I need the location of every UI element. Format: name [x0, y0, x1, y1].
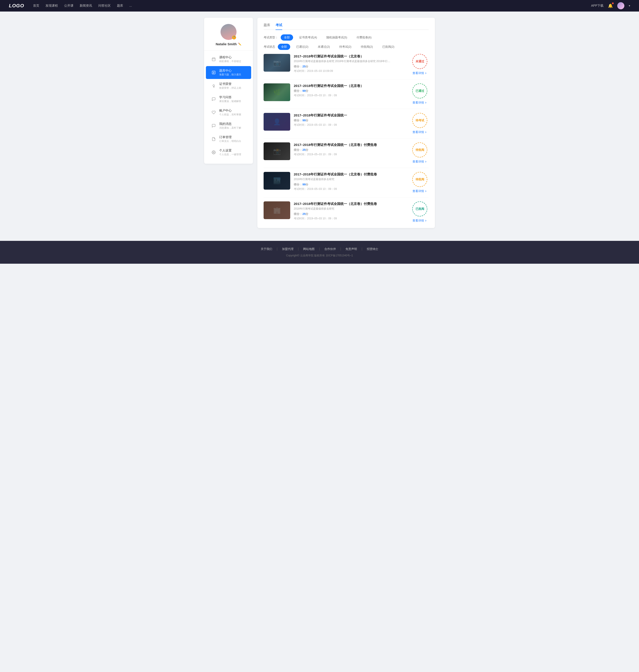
type-filter-cert[interactable]: 证书类考试(4)	[296, 34, 321, 41]
edit-icon[interactable]: ✏️	[238, 43, 241, 46]
exam-score-5: 得分：99分	[294, 182, 407, 187]
sidebar: 🏅 Natalie Smith ✏️ 课程中心 精彩课程，不容错过	[204, 18, 253, 164]
exam-list: 📷 2017–2018年行测证件考试全国统一（北京卷） 2018年行测考试是最值…	[264, 54, 428, 223]
status-filter-label: 考试状态	[264, 45, 275, 49]
sidebar-item-cert[interactable]: 证书荣誉 收获荣誉，持证上岗	[206, 79, 251, 92]
course-center-text: 课程中心 精彩课程，不容错过	[219, 55, 241, 63]
nav-more[interactable]: ...	[129, 4, 132, 8]
nav-home[interactable]: 首页	[33, 4, 39, 8]
status-filter-reviewing[interactable]: 待批阅(2)	[357, 44, 376, 50]
cert-text: 证书荣誉 收获荣誉，持证上岗	[219, 82, 241, 90]
question-bank-icon	[211, 70, 216, 75]
exam-score-4: 得分：25分	[294, 148, 407, 152]
settings-text: 个人设置 个人信息，一键管理	[219, 148, 241, 156]
status-filter-passed[interactable]: 已通过(2)	[293, 44, 312, 50]
message-text: 我的消息 消息通知，及时了解	[219, 122, 241, 129]
exam-status-stamp-5: 待批阅	[412, 172, 427, 187]
exam-right-2: 已通过 查看详情	[411, 83, 428, 105]
type-filter-paid[interactable]: 付费批卷(6)	[353, 34, 375, 41]
exam-score-3: 得分：99分	[294, 118, 407, 123]
qa-text: 学习问答 课后重温，疑难解答	[219, 95, 241, 103]
sidebar-avatar-wrap: 🏅	[220, 24, 236, 40]
tab-question-bank[interactable]: 题库	[264, 23, 270, 30]
sidebar-item-order[interactable]: 订单管理 订单支出，明明白白	[206, 133, 251, 145]
exam-thumbnail-1: 📷	[264, 54, 290, 71]
message-title: 我的消息	[219, 122, 241, 126]
exam-item: 🏙️ 2017–2018年行测证件考试全国统一（北京卷）付费批卷 2018年行测…	[264, 172, 428, 197]
exam-time-4: 考试时间：2019–05–03 10：09：09	[294, 153, 407, 156]
nav-qa[interactable]: 问答社区	[98, 4, 111, 8]
type-filter-all[interactable]: 全部	[281, 34, 293, 41]
exam-status-stamp-3: 待考试	[412, 113, 427, 128]
cert-title: 证书荣誉	[219, 82, 241, 86]
footer-copyright: Copyright© 云朵商学院 版权所有 京ICP备17051340号–1	[4, 254, 635, 257]
sidebar-item-settings[interactable]: 个人设置 个人信息，一键管理	[206, 146, 251, 159]
course-sub: 精彩课程，不容错过	[219, 60, 241, 63]
exam-status-stamp-1: 未通过	[412, 54, 427, 69]
exam-detail-link-1[interactable]: 查看详情	[412, 71, 427, 75]
exam-info-6: 2017–2018年行测证件考试全国统一（北京卷）付费批卷 2018年行测考试是…	[294, 202, 407, 221]
navbar-links: 首页 发现课程 公开课 新闻资讯 问答社区 题库 ...	[33, 4, 591, 8]
order-title: 订单管理	[219, 135, 241, 139]
exam-item: 🌿 2017–2018年行测证件考试全国统一（北京卷） 得分：99分 考试时间：…	[264, 83, 428, 109]
exam-item: 📸 2017–2018年行测证件考试全国统一（北京卷）付费批卷 得分：25分 考…	[264, 142, 428, 168]
status-filter-pending[interactable]: 待考试(2)	[336, 44, 355, 50]
footer-disclaimer[interactable]: 免责声明	[345, 247, 357, 251]
exam-status-stamp-4: 待批阅	[412, 142, 427, 158]
qa-icon	[211, 97, 216, 101]
nav-question[interactable]: 题库	[117, 4, 123, 8]
type-filter-random[interactable]: 随机抽题考试(5)	[323, 34, 350, 41]
navbar-right: APP下载 🔔 ▾	[591, 2, 630, 9]
sidebar-item-question[interactable]: 题库中心 海量习题，助力通关	[206, 66, 251, 79]
status-filter-reviewed[interactable]: 已批阅(2)	[379, 44, 398, 50]
user-dropdown-arrow[interactable]: ▾	[629, 4, 630, 7]
footer: 关于我们 | 加盟代理 | 网站地图 | 合作伙伴 | 免责声明 | 招贤纳士 …	[0, 241, 639, 264]
footer-sitemap[interactable]: 网站地图	[303, 247, 315, 251]
exam-item: 📷 2017–2018年行测证件考试全国统一（北京卷） 2018年行测考试是最值…	[264, 54, 428, 79]
nav-open[interactable]: 公开课	[64, 4, 74, 8]
sidebar-item-message[interactable]: 我的消息 消息通知，及时了解	[206, 119, 251, 132]
footer-franchise[interactable]: 加盟代理	[282, 247, 294, 251]
exam-title-1: 2017–2018年行测证件考试全国统一（北京卷）	[294, 54, 407, 59]
nav-discover[interactable]: 发现课程	[46, 4, 58, 8]
footer-partners[interactable]: 合作伙伴	[324, 247, 336, 251]
bell-icon: 🔔	[608, 3, 613, 8]
notification-bell[interactable]: 🔔	[608, 3, 613, 8]
settings-icon	[211, 150, 216, 155]
main-content: 题库 考试 考试类型： 全部 证书类考试(4) 随机抽题考试(5) 付费批卷(6…	[258, 18, 435, 228]
navbar: LOGO 首页 发现课程 公开课 新闻资讯 问答社区 题库 ... APP下载 …	[0, 0, 639, 12]
sidebar-item-qa[interactable]: 学习问答 课后重温，疑难解答	[206, 93, 251, 106]
exam-right-4: 待批阅 查看详情	[411, 142, 428, 164]
sidebar-item-course[interactable]: 课程中心 精彩课程，不容错过	[206, 53, 251, 66]
exam-detail-link-2[interactable]: 查看详情	[412, 101, 427, 105]
tab-exam[interactable]: 考试	[276, 23, 282, 30]
sidebar-item-account[interactable]: 账户中心 个人权益，实时掌握	[206, 106, 251, 119]
exam-time-2: 考试时间：2019–05–03 10：09：09	[294, 94, 407, 97]
exam-detail-link-4[interactable]: 查看详情	[412, 160, 427, 164]
status-filter-all[interactable]: 全部	[278, 44, 290, 50]
footer-about[interactable]: 关于我们	[261, 247, 272, 251]
app-download-button[interactable]: APP下载	[591, 4, 604, 8]
message-sub: 消息通知，及时了解	[219, 126, 241, 129]
status-filter-row: 考试状态 全部 已通过(2) 未通过(2) 待考试(2) 待批阅(2) 已批阅(…	[264, 44, 428, 50]
exam-detail-link-6[interactable]: 查看详情	[412, 219, 427, 223]
exam-detail-link-5[interactable]: 查看详情	[412, 189, 427, 193]
content-tabs: 题库 考试	[264, 23, 428, 30]
exam-status-stamp-6: 已批阅	[412, 202, 427, 217]
exam-thumbnail-5: 🏙️	[264, 172, 290, 190]
exam-detail-link-3[interactable]: 查看详情	[412, 130, 427, 134]
status-filter-failed[interactable]: 未通过(2)	[314, 44, 333, 50]
account-text: 账户中心 个人权益，实时掌握	[219, 109, 241, 116]
footer-recruit[interactable]: 招贤纳士	[367, 247, 378, 251]
order-text: 订单管理 订单支出，明明白白	[219, 135, 241, 143]
svg-point-8	[213, 85, 215, 86]
avatar-image	[617, 2, 624, 9]
exam-item: 🏢 2017–2018年行测证件考试全国统一（北京卷）付费批卷 2018年行测考…	[264, 202, 428, 223]
nav-news[interactable]: 新闻资讯	[80, 4, 92, 8]
exam-desc-5: 2018年行测考试是最值得多去研究	[294, 177, 396, 181]
user-avatar[interactable]	[617, 2, 624, 9]
exam-title-3: 2017–2018年行测证件考试全国统一	[294, 113, 407, 117]
exam-time-3: 考试时间：2019–05–03 10：09：09	[294, 123, 407, 127]
course-title: 课程中心	[219, 55, 241, 60]
svg-rect-0	[212, 58, 215, 61]
